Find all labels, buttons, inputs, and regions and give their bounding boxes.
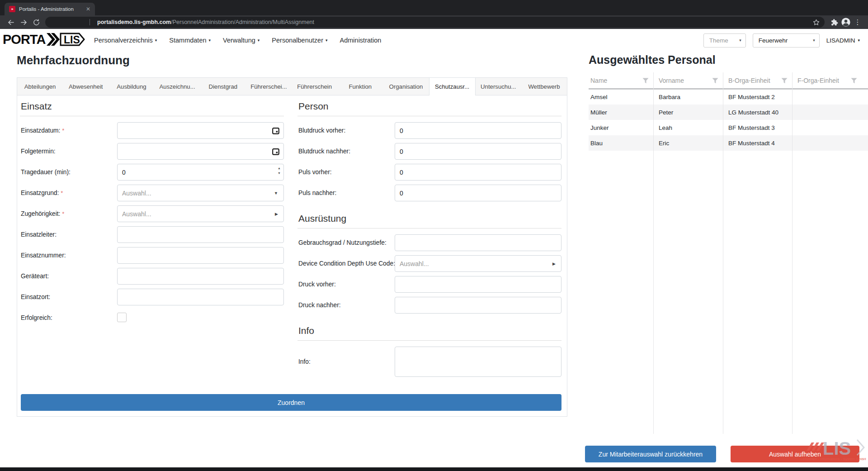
dropdown-einsatzgrund[interactable]: Auswahl...▼ bbox=[117, 185, 284, 201]
field-label-einsatzdatum: Einsatzdatum: * bbox=[20, 127, 117, 134]
dropdown-zugeh-rigkeit[interactable]: Auswahl...▶ bbox=[117, 205, 284, 222]
form-row: Druck nachher: bbox=[297, 297, 561, 314]
input-folgetermin[interactable] bbox=[117, 143, 284, 160]
menu-dots-icon[interactable]: ⋮ bbox=[852, 16, 863, 28]
form-row: Einsatzleiter: bbox=[20, 226, 284, 243]
input-blutdruck-vorher[interactable] bbox=[395, 122, 561, 139]
nav-item-label: Personalbenutzer bbox=[272, 37, 323, 44]
zuordnen-button[interactable]: Zuordnen bbox=[21, 394, 561, 411]
user-menu[interactable]: LISADMIN ▾ bbox=[826, 37, 860, 44]
back-icon[interactable] bbox=[5, 16, 17, 28]
tab-schutzausr[interactable]: Schutzausr... bbox=[429, 78, 476, 95]
field-label-blutdruck-vorher: Blutdruck vorher: bbox=[297, 127, 395, 134]
tab-abwesenheit[interactable]: Abwesenheit bbox=[63, 78, 108, 95]
nav-item-personalbenutzer[interactable]: Personalbenutzer▾ bbox=[272, 37, 327, 44]
table-row[interactable]: MüllerPeterLG Musterstadt 40 bbox=[589, 105, 868, 120]
back-to-selection-button[interactable]: Zur Mitarbeiterauswahl zurückkehren bbox=[585, 446, 716, 462]
checkbox-erfolgreich[interactable] bbox=[117, 313, 127, 322]
form-row: Puls nachher: bbox=[297, 185, 561, 201]
tab-ausbildung[interactable]: Ausbildung bbox=[108, 78, 154, 95]
input-puls-nachher[interactable] bbox=[395, 185, 561, 201]
browser-toolbar: portalisdemo.lis-gmbh.com /PersonnelAdmi… bbox=[0, 15, 868, 29]
column-header-b-orga-einheit[interactable]: B-Orga-Einheit bbox=[723, 72, 792, 89]
tab-organisation[interactable]: Organisation bbox=[383, 78, 429, 95]
form-row: Info: bbox=[297, 347, 561, 377]
tab-f-hrerschein[interactable]: Führerschein bbox=[292, 78, 337, 95]
table-row[interactable]: JunkerLeahBF Musterstadt 3 bbox=[589, 120, 868, 135]
tab-f-hrerschei[interactable]: Führerschei... bbox=[246, 78, 292, 95]
theme-select[interactable]: Theme ▾ bbox=[703, 33, 746, 48]
column-header-f-orga-einheit[interactable]: F-Orga-Einheit bbox=[792, 72, 868, 89]
bookmark-star-icon[interactable] bbox=[812, 19, 820, 26]
input-druck-nachher[interactable] bbox=[395, 297, 561, 314]
input-einsatzort[interactable] bbox=[117, 289, 284, 305]
field-label-blutdruck-nachher: Blutdruck nachher: bbox=[297, 148, 395, 155]
input-gebrauchsgrad-nutzungstiefe[interactable] bbox=[395, 234, 561, 251]
filter-icon[interactable] bbox=[851, 78, 857, 84]
tab-abteilungen[interactable]: Abteilungen bbox=[17, 78, 63, 95]
section-heading: Person bbox=[297, 95, 561, 116]
nav-item-label: Verwaltung bbox=[223, 37, 255, 44]
tab-dienstgrad[interactable]: Dienstgrad bbox=[200, 78, 246, 95]
spinner-down-icon[interactable]: ▼ bbox=[278, 171, 281, 175]
filter-icon[interactable] bbox=[712, 78, 718, 84]
spinner-up-icon[interactable]: ▲ bbox=[278, 167, 281, 170]
table-row[interactable]: AmselBarbaraBF Musterstadt 2 bbox=[589, 89, 868, 105]
browser-tab[interactable]: » Portalis - Administration ✕ bbox=[5, 3, 95, 15]
input-einsatzdatum[interactable] bbox=[117, 122, 284, 139]
nav-item-stammdaten[interactable]: Stammdaten▾ bbox=[169, 37, 211, 44]
input-einsatznummer[interactable] bbox=[117, 247, 284, 264]
personnel-grid-rows: AmselBarbaraBF Musterstadt 2MüllerPeterL… bbox=[589, 89, 868, 151]
extensions-icon[interactable] bbox=[828, 16, 840, 28]
form-body: EinsatzEinsatzdatum: *Folgetermin:Traged… bbox=[17, 95, 567, 381]
table-cell: Junker bbox=[589, 124, 653, 131]
calendar-icon[interactable] bbox=[272, 148, 279, 155]
reload-icon[interactable] bbox=[30, 16, 42, 28]
tab-wettbewerb[interactable]: Wettbewerb bbox=[521, 78, 567, 95]
chevron-down-icon: ▾ bbox=[258, 38, 260, 43]
input-druck-vorher[interactable] bbox=[395, 276, 561, 293]
textarea-field bbox=[395, 347, 561, 377]
tab-auszeichnu[interactable]: Auszeichnu... bbox=[155, 78, 200, 95]
input-einsatzleiter[interactable] bbox=[117, 226, 284, 243]
input-ger-teart[interactable] bbox=[117, 268, 284, 285]
forward-icon[interactable] bbox=[17, 16, 30, 28]
clear-selection-button[interactable]: Auswahl aufheben bbox=[731, 446, 859, 462]
form-tabstrip: AbteilungenAbwesenheitAusbildungAuszeich… bbox=[17, 78, 567, 95]
profile-icon[interactable] bbox=[840, 16, 852, 28]
text-field bbox=[395, 164, 561, 181]
tab-untersuchu[interactable]: Untersuchu... bbox=[476, 78, 521, 95]
column-header-label: F-Orga-Einheit bbox=[797, 77, 839, 84]
close-tab-icon[interactable]: ✕ bbox=[85, 6, 91, 12]
table-row[interactable]: BlauEricBF Musterstadt 4 bbox=[589, 135, 868, 151]
portalis-logo[interactable]: PORTA LIS bbox=[3, 31, 89, 49]
input-blutdruck-nachher[interactable] bbox=[395, 143, 561, 160]
column-header-vorname[interactable]: Vorname bbox=[653, 72, 723, 89]
calendar-icon[interactable] bbox=[272, 127, 279, 134]
input-puls-vorher[interactable] bbox=[395, 164, 561, 181]
chevron-down-icon: ▾ bbox=[209, 38, 211, 43]
form-row: Einsatzort: bbox=[20, 289, 284, 305]
filter-icon[interactable] bbox=[642, 78, 649, 84]
flyout-field: Auswahl...▶ bbox=[395, 255, 561, 272]
nav-item-personalverzeichnis[interactable]: Personalverzeichnis▾ bbox=[94, 37, 157, 44]
table-cell: Peter bbox=[653, 109, 723, 116]
tab-funktion[interactable]: Funktion bbox=[337, 78, 383, 95]
field-label-einsatzort: Einsatzort: bbox=[20, 294, 117, 300]
dropdown-device-condition-depth-use-code[interactable]: Auswahl...▶ bbox=[395, 255, 561, 272]
form-row: Blutdruck nachher: bbox=[297, 143, 561, 160]
nav-item-administration[interactable]: Administration bbox=[340, 37, 382, 44]
input-info[interactable] bbox=[395, 347, 561, 377]
url-domain: portalisdemo.lis-gmbh.com bbox=[97, 19, 171, 25]
filter-icon[interactable] bbox=[781, 78, 788, 84]
address-bar[interactable]: portalisdemo.lis-gmbh.com /PersonnelAdmi… bbox=[45, 17, 825, 28]
organisation-select[interactable]: Feuerwehr ▾ bbox=[753, 33, 820, 48]
chevron-down-icon: ▾ bbox=[858, 38, 860, 43]
field-label-einsatzleiter: Einsatzleiter: bbox=[20, 231, 117, 238]
input-tragedauer-min[interactable] bbox=[117, 164, 284, 181]
browser-tabbar: » Portalis - Administration ✕ bbox=[0, 0, 868, 15]
nav-item-verwaltung[interactable]: Verwaltung▾ bbox=[223, 37, 259, 44]
required-asterisk: * bbox=[61, 190, 63, 196]
column-header-name[interactable]: Name bbox=[589, 72, 653, 89]
chevron-down-icon: ▾ bbox=[326, 38, 328, 43]
